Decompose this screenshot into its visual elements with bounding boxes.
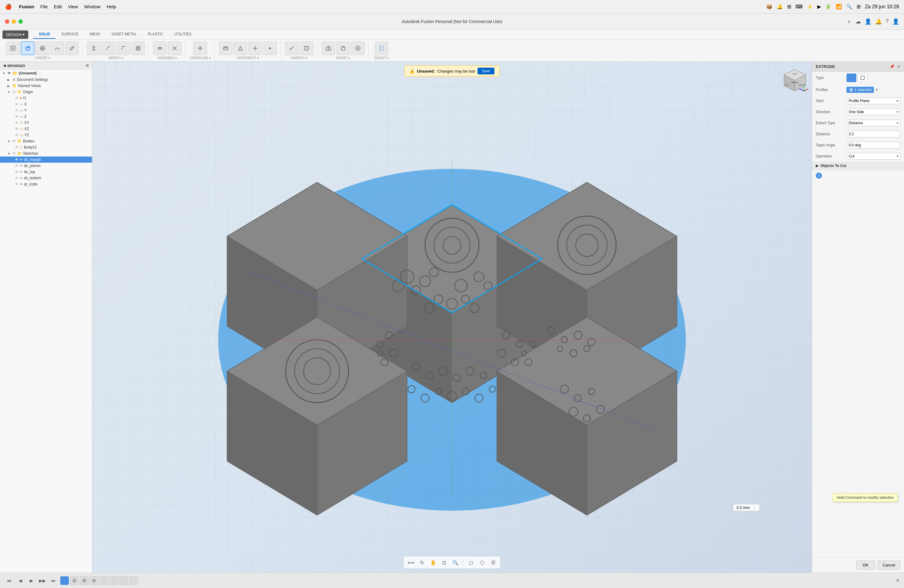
joint-btn[interactable] [153, 41, 167, 55]
timeline-play-btn[interactable]: ▶ [27, 576, 36, 585]
tree-xz[interactable]: 👁 ▭ XZ [0, 126, 92, 132]
design-dropdown-btn[interactable]: DESIGN ▾ [2, 30, 28, 39]
wireframe-btn[interactable]: ⬡ [477, 558, 487, 567]
objects-to-cut-section[interactable]: ▶ Objects To Cut [812, 162, 904, 170]
menu-file[interactable]: File [40, 4, 47, 9]
visibility-icon-bodies[interactable]: 👁 [12, 139, 16, 143]
visibility-icon[interactable]: 👁 [7, 71, 11, 75]
visibility-icon-dsp[interactable]: 👁 [15, 164, 19, 168]
timeline-start-btn[interactable]: ⏮ [5, 576, 14, 585]
tree-named-views[interactable]: ▶ 📁 Named Views [0, 83, 92, 89]
timeline-item-6[interactable] [119, 576, 128, 585]
panel-pin-icon[interactable]: 📌 [890, 64, 895, 69]
visibility-icon-dst[interactable]: 👁 [15, 170, 19, 174]
zoom-extent-btn[interactable]: ⊡ [440, 558, 449, 567]
bell-icon[interactable]: 🔔 [875, 18, 882, 25]
visibility-icon-dsb[interactable]: 👁 [15, 176, 19, 180]
menu-window[interactable]: Window [84, 4, 100, 9]
minimize-button[interactable] [12, 19, 16, 24]
orbit-btn[interactable]: ↻ [417, 558, 427, 567]
timeline-item-7[interactable] [129, 576, 138, 585]
control-center-icon[interactable]: ⊞ [857, 4, 861, 9]
visibility-icon-y[interactable]: 👁 [15, 108, 19, 112]
viewport[interactable]: ⚠️ Unsaved: Changes may be lost Save [92, 62, 812, 573]
fillet-btn[interactable] [102, 41, 115, 55]
timeline-next-btn[interactable]: ▶▶ [38, 576, 47, 585]
axis-btn[interactable] [248, 41, 262, 55]
measurement-options-icon[interactable]: ⋮ [752, 505, 756, 510]
timeline-item-0[interactable] [60, 576, 69, 585]
menu-view[interactable]: View [68, 4, 78, 9]
help-icon[interactable]: ? [885, 18, 889, 25]
profiles-select-btn[interactable]: 1 selected [847, 87, 874, 93]
visibility-icon-sketches[interactable]: 👁 [12, 151, 16, 156]
timeline-item-3[interactable] [90, 576, 98, 585]
display-mode-btn[interactable]: ◻ [466, 558, 476, 567]
select-btn[interactable] [375, 41, 388, 55]
pan-btn[interactable]: ✋ [428, 558, 438, 567]
search-icon[interactable]: 🔍 [846, 4, 852, 9]
app-menu-fusion[interactable]: Fusion [19, 4, 34, 9]
visibility-icon-xy[interactable]: 👁 [15, 120, 19, 125]
tab-surface[interactable]: SURFACE [56, 30, 84, 39]
tree-bodies[interactable]: ▼ 👁 📁 Bodies [0, 138, 92, 144]
taper-angle-input[interactable] [847, 142, 900, 149]
tree-xy[interactable]: 👁 ▭ XY [0, 120, 92, 126]
plane-at-angle-btn[interactable] [234, 41, 247, 55]
timeline-end-btn[interactable]: ⏭ [49, 576, 58, 585]
panel-expand-icon[interactable]: ⤢ [897, 64, 900, 69]
tree-ds-bottom[interactable]: 👁 ✏ ds_bottom [0, 175, 92, 181]
configure-btn[interactable] [193, 41, 207, 55]
cloud-icon[interactable]: ☁ [855, 18, 861, 25]
tree-ds-top[interactable]: 👁 ✏ ds_top [0, 169, 92, 175]
start-select[interactable]: Profile Plane [847, 98, 900, 104]
visibility-icon-qr[interactable]: 👁 [15, 182, 19, 187]
measure-btn[interactable] [285, 41, 299, 55]
tab-sheet-metal[interactable]: SHEET METAL [106, 30, 142, 39]
loft-btn[interactable] [65, 41, 79, 55]
timeline-item-1[interactable] [70, 576, 79, 585]
user-icon[interactable]: 👤 [864, 18, 871, 25]
profiles-clear-btn[interactable]: ✕ [875, 88, 878, 92]
tab-plastic[interactable]: PLASTIC [142, 30, 169, 39]
menu-help[interactable]: Help [107, 4, 116, 9]
sweep-btn[interactable] [51, 41, 64, 55]
insert-svg-btn[interactable] [337, 41, 350, 55]
extent-type-select[interactable]: Distance [847, 120, 900, 126]
maximize-button[interactable] [19, 19, 23, 24]
tree-z[interactable]: 👁 ▭ Z [0, 114, 92, 120]
account-icon[interactable]: 👤 [892, 18, 899, 25]
chamfer-btn[interactable] [117, 41, 130, 55]
zoom-btn[interactable]: 🔍 [451, 558, 460, 567]
menu-edit[interactable]: Edit [54, 4, 62, 9]
tree-origin[interactable]: ▼ 👁 📁 Origin [0, 89, 92, 95]
offset-plane-btn[interactable] [219, 41, 232, 55]
tree-sketches[interactable]: ▼ 👁 📁 Sketches [0, 150, 92, 156]
tab-solid[interactable]: SOLID [33, 30, 56, 39]
sidebar-back-icon[interactable]: ◀ [3, 64, 6, 68]
point-btn[interactable] [263, 41, 277, 55]
operation-select[interactable]: Cut [847, 153, 900, 160]
shell-btn[interactable] [131, 41, 145, 55]
as-built-joint-btn[interactable] [168, 41, 182, 55]
tree-ds-margin[interactable]: 👁 ✏ ds_margin [0, 156, 92, 163]
view-options-btn[interactable]: ☰ [488, 558, 498, 567]
visibility-icon-origin[interactable]: 👁 [12, 90, 16, 94]
timeline-item-2[interactable] [80, 576, 89, 585]
tab-utilities[interactable]: UTILITIES [169, 30, 197, 39]
visibility-icon-dsm[interactable]: 👁 [15, 158, 19, 162]
type-surface-btn[interactable] [858, 74, 868, 82]
close-button[interactable] [5, 19, 9, 24]
visibility-icon-z[interactable]: 👁 [15, 114, 19, 119]
view-cube[interactable]: TOP LEFT RIGHT FRONT X Y Z [781, 68, 806, 93]
direction-select[interactable]: One Side [847, 109, 900, 115]
cancel-button[interactable]: Cancel [877, 561, 900, 569]
tree-o[interactable]: 👁 ● O [0, 95, 92, 101]
revolve-btn[interactable] [36, 41, 49, 55]
tree-ds-pieces[interactable]: 👁 ✏ ds_pieces [0, 163, 92, 169]
extrude-btn[interactable] [21, 41, 35, 55]
tree-y[interactable]: 👁 ▭ Y [0, 107, 92, 114]
visibility-icon-body13[interactable]: 👁 [15, 145, 19, 149]
distance-input[interactable] [847, 131, 900, 138]
section-analysis-btn[interactable] [300, 41, 313, 55]
